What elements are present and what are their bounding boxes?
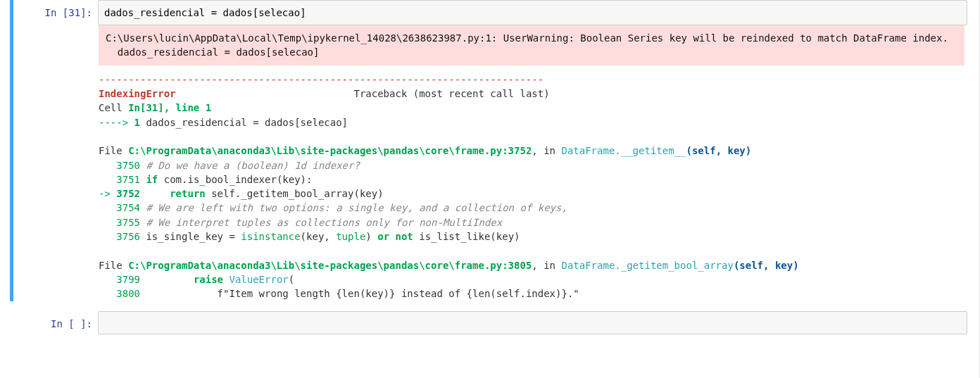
txt: is_list_like(key) bbox=[413, 231, 520, 242]
input-row: In [31]: dados_residencial = dados[selec… bbox=[13, 0, 967, 25]
txt: (key, bbox=[301, 231, 337, 242]
code-editor[interactable]: dados_residencial = dados[selecao] bbox=[98, 0, 967, 25]
txt: File bbox=[99, 145, 128, 156]
pad bbox=[176, 88, 354, 99]
func: DataFrame._getitem_bool_array bbox=[561, 260, 733, 271]
txt: , in bbox=[532, 260, 561, 271]
blank bbox=[99, 130, 965, 144]
ln: 3756 bbox=[99, 231, 140, 242]
txt: com.is_bool_indexer(key): bbox=[158, 174, 312, 185]
input-prompt: In [31]: bbox=[13, 0, 98, 19]
tb-3754: 3754 # We are left with two options: a s… bbox=[99, 201, 965, 215]
txt: In[31], line 1 bbox=[128, 102, 211, 113]
cmt: # Do we have a (boolean) 1d indexer? bbox=[140, 160, 360, 171]
kw: return bbox=[170, 188, 206, 199]
cell-inner: In [31]: dados_residencial = dados[selec… bbox=[13, 0, 967, 301]
bi: isinstance bbox=[241, 231, 300, 242]
code: dados_residencial = dados[selecao] bbox=[140, 117, 348, 128]
tb-3755: 3755 # We interpret tuples as collection… bbox=[99, 215, 965, 229]
input-row: In [ ]: bbox=[13, 311, 967, 334]
tb-arrow-line: ----> 1 dados_residencial = dados[seleca… bbox=[99, 115, 965, 130]
txt: ) bbox=[365, 231, 377, 242]
kw: not bbox=[396, 231, 413, 242]
cell-inner: In [ ]: bbox=[13, 311, 967, 334]
kw: raise bbox=[194, 274, 223, 285]
path: C:\ProgramData\anaconda3\Lib\site-packag… bbox=[128, 145, 532, 156]
tb-3800: 3800 f"Item wrong length {len(key)} inst… bbox=[99, 286, 965, 301]
cmt: # We interpret tuples as collections onl… bbox=[140, 217, 502, 228]
output-scroll[interactable]: C:\Users\lucin\AppData\Local\Temp\ipyker… bbox=[99, 25, 967, 301]
code-cell-31[interactable]: In [31]: dados_residencial = dados[selec… bbox=[10, 0, 967, 301]
kw: if bbox=[140, 174, 158, 185]
tb-3756: 3756 is_single_key = isinstance(key, tup… bbox=[99, 229, 965, 244]
pad bbox=[140, 274, 194, 285]
txt: ( bbox=[289, 274, 294, 285]
exc: ValueError bbox=[229, 274, 288, 285]
pad bbox=[140, 188, 170, 199]
txt: f"Item wrong length {len(key)} instead o… bbox=[218, 288, 579, 299]
ln: 3799 bbox=[99, 274, 140, 285]
sig: (self, key) bbox=[686, 145, 751, 156]
ln: 3800 bbox=[99, 288, 140, 299]
tb-file2: File C:\ProgramData\anaconda3\Lib\site-p… bbox=[99, 258, 965, 272]
ln: 3754 bbox=[99, 202, 140, 213]
tb-separator: ----------------------------------------… bbox=[99, 73, 965, 87]
ln: 3755 bbox=[99, 217, 140, 228]
stderr-warning: C:\Users\lucin\AppData\Local\Temp\ipyker… bbox=[99, 25, 965, 65]
sig: (self, key) bbox=[734, 260, 799, 271]
arrow: -> bbox=[99, 188, 116, 199]
txt: Cell bbox=[99, 102, 128, 113]
tb-3750: 3750 # Do we have a (boolean) 1d indexer… bbox=[99, 158, 965, 172]
txt bbox=[389, 231, 395, 242]
input-prompt: In [ ]: bbox=[13, 311, 98, 330]
one: 1 bbox=[134, 117, 140, 128]
tb-file1: File C:\ProgramData\anaconda3\Lib\site-p… bbox=[99, 144, 965, 158]
blank bbox=[99, 244, 965, 258]
txt: , in bbox=[532, 145, 561, 156]
func: DataFrame.__getitem__ bbox=[561, 145, 686, 156]
kw: or bbox=[377, 231, 389, 242]
tb-error-header: IndexingError Traceback (most recent cal… bbox=[99, 87, 965, 101]
notebook-root: In [31]: dados_residencial = dados[selec… bbox=[0, 0, 980, 378]
tb-header-text: Traceback (most recent call last) bbox=[353, 88, 549, 99]
code-editor[interactable] bbox=[98, 311, 967, 334]
bi: tuple bbox=[336, 231, 365, 242]
txt: self._getitem_bool_array(key) bbox=[206, 188, 384, 199]
txt: File bbox=[99, 260, 128, 271]
pad bbox=[140, 288, 218, 299]
tb-3752: -> 3752 return self._getitem_bool_array(… bbox=[99, 187, 965, 201]
output-area: C:\Users\lucin\AppData\Local\Temp\ipyker… bbox=[98, 25, 967, 301]
ln: 3750 bbox=[99, 160, 140, 171]
code-text: dados_residencial = dados[selecao] bbox=[104, 7, 306, 18]
error-name: IndexingError bbox=[99, 88, 176, 99]
arrow: ----> bbox=[99, 117, 134, 128]
cmt: # We are left with two options: a single… bbox=[140, 202, 567, 213]
ln: 3751 bbox=[99, 174, 140, 185]
code-cell-empty[interactable]: In [ ]: bbox=[10, 311, 967, 334]
tb-cell-line: Cell In[31], line 1 bbox=[99, 101, 965, 115]
ln: 3752 bbox=[116, 188, 140, 199]
txt: is_single_key = bbox=[140, 231, 241, 242]
tb-3799: 3799 raise ValueError( bbox=[99, 272, 965, 286]
path: C:\ProgramData\anaconda3\Lib\site-packag… bbox=[128, 260, 532, 271]
tb-3751: 3751 if com.is_bool_indexer(key): bbox=[99, 172, 965, 187]
